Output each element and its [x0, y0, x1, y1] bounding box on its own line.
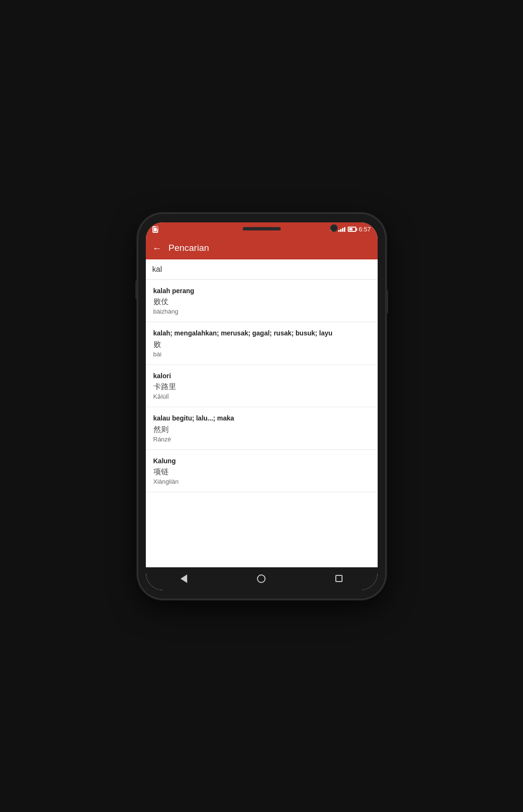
result-item[interactable]: kalah perang 败仗 bàizhàng — [146, 280, 378, 323]
back-icon — [181, 574, 187, 583]
result-malay: kalori — [153, 372, 370, 381]
status-left — [152, 226, 158, 233]
home-icon — [257, 574, 266, 583]
result-item[interactable]: kalori 卡路里 Kǎlùlǐ — [146, 365, 378, 408]
result-pinyin: Kǎlùlǐ — [153, 393, 370, 400]
app-bar: ← Pencarian — [146, 237, 378, 259]
result-malay: kalah perang — [153, 287, 370, 296]
result-chinese: 项链 — [153, 467, 370, 477]
search-input[interactable] — [152, 259, 371, 279]
nav-home-button[interactable] — [247, 573, 275, 585]
volume-button[interactable] — [135, 280, 138, 299]
result-item[interactable]: kalau begitu; lalu...; maka 然则 Ránzé — [146, 407, 378, 450]
app-title: Pencarian — [169, 243, 209, 253]
result-item[interactable]: Kalung 项链 Xiàngliàn — [146, 450, 378, 493]
status-time: 6:57 — [359, 226, 371, 233]
recent-icon — [335, 575, 342, 582]
result-pinyin: Ránzé — [153, 436, 370, 443]
results-list: kalah perang 败仗 bàizhàng kalah; mengalah… — [146, 280, 378, 567]
signal-3g-text: 3G — [330, 227, 336, 232]
nav-back-button[interactable] — [171, 573, 197, 585]
sim-icon — [152, 226, 158, 233]
nav-recent-button[interactable] — [326, 573, 352, 584]
result-malay: kalah; mengalahkan; merusak; gagal; rusa… — [153, 329, 370, 338]
phone-frame: 3G 6:57 ← Pencarian — [138, 214, 385, 599]
result-chinese: 败仗 — [153, 297, 370, 307]
signal-icon — [338, 227, 345, 232]
result-malay: kalau begitu; lalu...; maka — [153, 414, 370, 423]
result-chinese: 败 — [153, 340, 370, 350]
power-button[interactable] — [386, 290, 388, 314]
result-item[interactable]: kalah; mengalahkan; merusak; gagal; rusa… — [146, 322, 378, 365]
result-pinyin: bàizhàng — [153, 308, 370, 315]
back-button[interactable]: ← — [152, 243, 162, 253]
result-pinyin: Xiàngliàn — [153, 478, 370, 485]
result-pinyin: bài — [153, 351, 370, 358]
navigation-bar — [146, 567, 378, 590]
battery-icon — [348, 227, 356, 232]
status-bar: 3G 6:57 — [146, 222, 378, 237]
search-container — [146, 259, 378, 280]
result-chinese: 然则 — [153, 425, 370, 435]
result-chinese: 卡路里 — [153, 382, 370, 392]
status-right: 3G 6:57 — [330, 226, 371, 233]
result-malay: Kalung — [153, 457, 370, 466]
phone-screen: 3G 6:57 ← Pencarian — [146, 222, 378, 590]
battery-fill — [349, 228, 352, 230]
